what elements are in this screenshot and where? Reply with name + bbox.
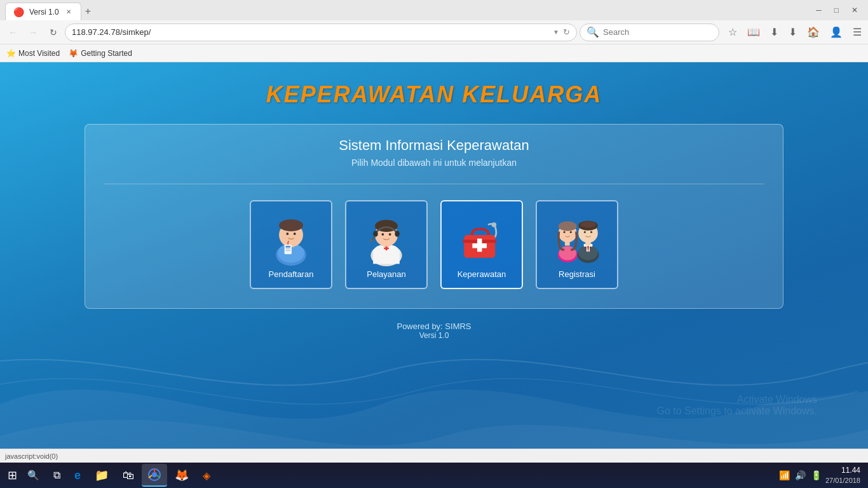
window-controls: ─ □ ✕ bbox=[811, 4, 863, 16]
taskbar-file-explorer[interactable]: 📁 bbox=[88, 464, 115, 487]
footer-version: Versi 1.0 bbox=[397, 331, 471, 340]
bookmark-star-icon: ⭐ bbox=[6, 49, 16, 58]
taskbar-system-icons: 📶 🔊 🔋 bbox=[779, 470, 822, 480]
address-bar-container: ▼ ↻ bbox=[65, 24, 577, 41]
taskbar-search-button[interactable]: 🔍 bbox=[22, 467, 44, 484]
taskbar-chrome[interactable] bbox=[142, 464, 167, 487]
bookmark-most-visited[interactable]: ⭐ Most Visited bbox=[6, 49, 60, 58]
home-icon[interactable]: 🏠 bbox=[804, 25, 822, 39]
taskbar-volume-icon: 🔊 bbox=[795, 470, 806, 480]
watermark-line2: Go to Settings to activate Windows. bbox=[656, 405, 817, 417]
address-refresh-icon[interactable]: ↻ bbox=[563, 27, 570, 37]
active-tab[interactable]: 🔴 Versi 1.0 ✕ bbox=[5, 3, 81, 20]
taskbar-time: 11.44 bbox=[825, 465, 860, 476]
info-box-instruction: Pilih Modul dibawah ini untuk melanjutka… bbox=[351, 158, 517, 168]
taskbar-store[interactable]: 🛍 bbox=[116, 464, 140, 487]
address-bar[interactable] bbox=[72, 27, 549, 37]
footer-powered-text: Powered by: SIMRS bbox=[397, 322, 471, 331]
svg-point-32 bbox=[558, 221, 576, 231]
pocket-icon[interactable]: ⬇ bbox=[768, 25, 781, 39]
info-box: Sistem Informasi Keperawatan Pilih Modul… bbox=[85, 124, 783, 309]
svg-point-5 bbox=[286, 233, 288, 235]
taskbar-task-view[interactable]: ⧉ bbox=[47, 464, 67, 487]
taskbar-firefox[interactable]: 🦊 bbox=[168, 464, 195, 487]
tab-area: 🔴 Versi 1.0 ✕ + bbox=[5, 0, 95, 20]
main-content: KEPERAWATAN KELUARGA Sistem Informasi Ke… bbox=[0, 62, 868, 468]
chrome-icon bbox=[148, 468, 161, 481]
svg-point-19 bbox=[388, 233, 391, 236]
taskbar-right: 📶 🔊 🔋 11.44 27/01/2018 bbox=[779, 465, 865, 485]
status-text: javascript:void(0) bbox=[5, 452, 58, 460]
refresh-button[interactable]: ↻ bbox=[44, 24, 62, 41]
nav-icons: ☆ 📖 ⬇ ⬇ 🏠 👤 ☰ bbox=[726, 25, 864, 39]
registrasi-label: Registrasi bbox=[559, 269, 595, 279]
back-button[interactable]: ← bbox=[4, 24, 22, 41]
bookmark-getting-started-label: Getting Started bbox=[81, 49, 132, 58]
svg-point-15 bbox=[373, 231, 378, 236]
svg-point-47 bbox=[152, 472, 157, 477]
svg-point-4 bbox=[279, 219, 303, 231]
svg-point-27 bbox=[491, 222, 496, 227]
module-registrasi[interactable]: Registrasi bbox=[536, 200, 618, 289]
svg-point-44 bbox=[583, 231, 585, 233]
taskbar: ⊞ 🔍 ⧉ e 📁 🛍 🦊 ◈ 📶 🔊 🔋 11 bbox=[0, 463, 868, 488]
windows-watermark: Activate Windows Go to Settings to activ… bbox=[656, 394, 817, 417]
maximize-button[interactable]: □ bbox=[829, 4, 844, 16]
start-button[interactable]: ⊞ bbox=[3, 466, 22, 485]
svg-point-43 bbox=[580, 221, 595, 227]
module-pendaftaran[interactable]: Pendaftaran bbox=[250, 200, 332, 289]
new-tab-button[interactable]: + bbox=[81, 3, 95, 20]
pendaftaran-label: Pendaftaran bbox=[269, 269, 314, 279]
footer-powered: Powered by: SIMRS Versi 1.0 bbox=[397, 322, 471, 340]
registrasi-icon-area bbox=[537, 207, 617, 270]
close-button[interactable]: ✕ bbox=[846, 4, 863, 16]
taskbar-clock[interactable]: 11.44 27/01/2018 bbox=[825, 465, 860, 485]
svg-point-6 bbox=[293, 233, 295, 235]
module-keperawatan[interactable]: Keperawatan bbox=[440, 200, 523, 289]
tab-close-button[interactable]: ✕ bbox=[64, 8, 73, 16]
status-bar: javascript:void(0) bbox=[0, 449, 868, 463]
keperawatan-icon-area bbox=[442, 207, 522, 270]
svg-rect-26 bbox=[472, 243, 487, 248]
keperawatan-label: Keperawatan bbox=[458, 269, 506, 279]
pelayanan-label: Pelayanan bbox=[367, 269, 405, 279]
divider bbox=[104, 184, 764, 184]
address-dropdown-icon[interactable]: ▼ bbox=[553, 29, 559, 36]
account-icon[interactable]: 👤 bbox=[827, 25, 845, 39]
svg-point-17 bbox=[369, 239, 372, 242]
watermark-line1: Activate Windows bbox=[656, 394, 817, 405]
forward-button[interactable]: → bbox=[24, 24, 42, 41]
bookmarks-star-icon[interactable]: ☆ bbox=[726, 25, 740, 39]
taskbar-items: ⧉ e 📁 🛍 🦊 ◈ bbox=[47, 464, 217, 487]
bookmark-firefox-icon: 🦊 bbox=[69, 49, 78, 58]
menu-icon[interactable]: ☰ bbox=[850, 25, 864, 39]
keperawatan-icon bbox=[455, 210, 509, 267]
svg-point-34 bbox=[569, 231, 571, 233]
pelayanan-icon bbox=[360, 210, 414, 267]
svg-point-45 bbox=[590, 231, 592, 233]
search-icon: 🔍 bbox=[587, 26, 599, 38]
module-pelayanan[interactable]: Pelayanan bbox=[345, 200, 428, 289]
search-bar-container: 🔍 bbox=[580, 24, 719, 41]
bookmark-getting-started[interactable]: 🦊 Getting Started bbox=[69, 49, 132, 58]
bookmark-most-visited-label: Most Visited bbox=[18, 49, 60, 58]
bookmarks-bar: ⭐ Most Visited 🦊 Getting Started bbox=[0, 44, 868, 62]
svg-point-33 bbox=[563, 231, 565, 233]
pelayanan-icon-area bbox=[346, 207, 426, 270]
pendaftaran-icon-area bbox=[251, 207, 331, 270]
pendaftaran-icon bbox=[264, 210, 318, 267]
nav-bar: ← → ↻ ▼ ↻ 🔍 ☆ 📖 ⬇ ⬇ 🏠 👤 ☰ bbox=[0, 20, 868, 44]
title-bar: 🔴 Versi 1.0 ✕ + ─ □ ✕ bbox=[0, 0, 868, 20]
page-title: KEPERAWATAN KELUARGA bbox=[266, 81, 602, 108]
svg-point-16 bbox=[395, 231, 400, 236]
taskbar-edge[interactable]: e bbox=[68, 464, 87, 487]
download-icon[interactable]: ⬇ bbox=[786, 25, 799, 39]
taskbar-app[interactable]: ◈ bbox=[196, 464, 217, 487]
tab-title: Versi 1.0 bbox=[29, 8, 59, 17]
minimize-button[interactable]: ─ bbox=[811, 4, 827, 16]
taskbar-battery-icon: 🔋 bbox=[811, 470, 822, 480]
reader-icon[interactable]: 📖 bbox=[745, 25, 763, 39]
svg-point-18 bbox=[381, 233, 384, 236]
search-input[interactable] bbox=[603, 27, 712, 37]
svg-rect-8 bbox=[285, 246, 290, 248]
